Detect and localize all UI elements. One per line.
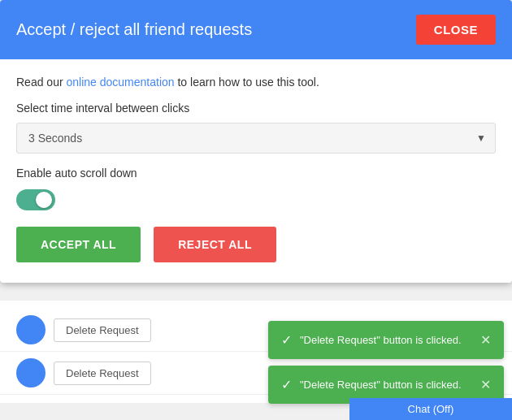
doc-link[interactable]: online documentation bbox=[66, 76, 174, 89]
time-select-wrapper: 1 Second 2 Seconds 3 Seconds 5 Seconds 1… bbox=[16, 123, 496, 154]
avatar-2 bbox=[16, 358, 46, 388]
toast-close-1[interactable]: ✕ bbox=[480, 332, 491, 348]
doc-text-before: Read our bbox=[16, 76, 66, 89]
auto-scroll-label: Enable auto scroll down bbox=[16, 167, 496, 180]
time-interval-select[interactable]: 1 Second 2 Seconds 3 Seconds 5 Seconds 1… bbox=[16, 123, 496, 154]
toast-1: ✓ "Delete Request" button is clicked. ✕ bbox=[268, 321, 504, 359]
close-button[interactable]: CLOSE bbox=[416, 15, 496, 45]
modal-header: Accept / reject all friend requests CLOS… bbox=[0, 0, 512, 59]
toast-message-2: "Delete Request" button is clicked. bbox=[300, 379, 472, 391]
delete-request-button-1[interactable]: Delete Request bbox=[54, 318, 151, 342]
modal-title: Accept / reject all friend requests bbox=[16, 20, 252, 39]
avatar-1 bbox=[16, 315, 46, 344]
modal: Accept / reject all friend requests CLOS… bbox=[0, 0, 512, 283]
time-interval-label: Select time interval between clicks bbox=[16, 102, 496, 115]
delete-request-button-2[interactable]: Delete Request bbox=[54, 362, 151, 385]
modal-body: Read our online documentation to learn h… bbox=[0, 59, 512, 283]
action-buttons: ACCEPT ALL REJECT ALL bbox=[16, 227, 496, 262]
toast-close-2[interactable]: ✕ bbox=[480, 377, 491, 392]
accept-all-button[interactable]: ACCEPT ALL bbox=[16, 227, 141, 262]
auto-scroll-toggle[interactable] bbox=[16, 189, 55, 210]
toast-message-1: "Delete Request" button is clicked. bbox=[300, 334, 472, 346]
doc-text: Read our online documentation to learn h… bbox=[16, 76, 496, 89]
toast-check-icon-1: ✓ bbox=[281, 332, 292, 348]
toggle-slider bbox=[16, 189, 55, 210]
toggle-container bbox=[16, 189, 496, 210]
chat-bar[interactable]: Chat (Off) bbox=[349, 398, 512, 420]
doc-text-after: to learn how to use this tool. bbox=[175, 76, 319, 89]
reject-all-button[interactable]: REJECT ALL bbox=[154, 227, 276, 262]
toast-container: ✓ "Delete Request" button is clicked. ✕ … bbox=[268, 321, 504, 404]
toast-check-icon-2: ✓ bbox=[281, 377, 292, 392]
